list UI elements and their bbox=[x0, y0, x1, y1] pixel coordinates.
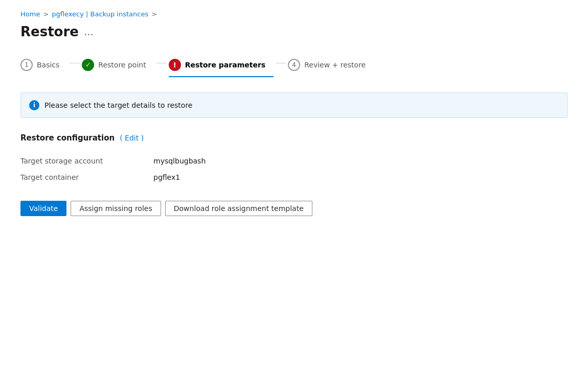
info-banner-text: Please select the target details to rest… bbox=[44, 101, 192, 109]
wizard-step-restore-point[interactable]: ✓ Restore point bbox=[82, 55, 154, 77]
config-table: Target storage account mysqlbugbash Targ… bbox=[20, 153, 568, 185]
download-template-button[interactable]: Download role assignment template bbox=[165, 201, 312, 216]
wizard-step-review-label: Review + restore bbox=[304, 61, 366, 69]
breadcrumb-sep1: > bbox=[43, 10, 49, 18]
breadcrumb-instance[interactable]: pgflexecy | Backup instances bbox=[52, 10, 148, 18]
wizard-step-restore-parameters[interactable]: ! Restore parameters bbox=[169, 55, 274, 77]
config-label-container: Target container bbox=[20, 169, 153, 185]
wizard-separator-1 bbox=[70, 63, 80, 63]
page-title: Restore bbox=[20, 24, 79, 39]
wizard-step-basics-label: Basics bbox=[37, 61, 59, 69]
page-container: Home > pgflexecy | Backup instances > Re… bbox=[0, 0, 588, 226]
wizard-step-restore-parameters-circle: ! bbox=[169, 59, 181, 71]
config-label-storage: Target storage account bbox=[20, 153, 153, 169]
wizard-step-restore-parameters-label: Restore parameters bbox=[185, 61, 266, 69]
restore-config-header: Restore configuration ( Edit ) bbox=[20, 133, 568, 143]
wizard-separator-3 bbox=[276, 63, 286, 63]
wizard-step-restore-point-label: Restore point bbox=[98, 61, 146, 69]
assign-missing-roles-button[interactable]: Assign missing roles bbox=[71, 201, 161, 216]
button-row: Validate Assign missing roles Download r… bbox=[20, 201, 568, 216]
validate-button[interactable]: Validate bbox=[20, 201, 66, 216]
page-title-row: Restore ... bbox=[20, 24, 568, 39]
config-value-storage: mysqlbugbash bbox=[153, 153, 568, 169]
wizard-step-review-restore[interactable]: 4 Review + restore bbox=[288, 55, 374, 77]
breadcrumb-sep2: > bbox=[151, 10, 157, 18]
info-icon: i bbox=[29, 100, 39, 110]
wizard-step-restore-point-circle: ✓ bbox=[82, 59, 94, 71]
edit-link[interactable]: ( Edit ) bbox=[120, 134, 144, 142]
breadcrumb: Home > pgflexecy | Backup instances > bbox=[20, 10, 568, 18]
restore-config-title: Restore configuration bbox=[20, 133, 115, 143]
wizard-step-basics-circle: 1 bbox=[20, 59, 33, 71]
info-banner: i Please select the target details to re… bbox=[20, 92, 568, 118]
page-menu-button[interactable]: ... bbox=[84, 26, 94, 38]
wizard-step-review-circle: 4 bbox=[288, 59, 300, 71]
breadcrumb-home[interactable]: Home bbox=[20, 10, 40, 18]
wizard-steps: 1 Basics ✓ Restore point ! Restore param… bbox=[20, 55, 568, 77]
config-value-container: pgflex1 bbox=[153, 169, 568, 185]
wizard-separator-2 bbox=[156, 63, 167, 63]
wizard-step-basics[interactable]: 1 Basics bbox=[20, 55, 67, 77]
